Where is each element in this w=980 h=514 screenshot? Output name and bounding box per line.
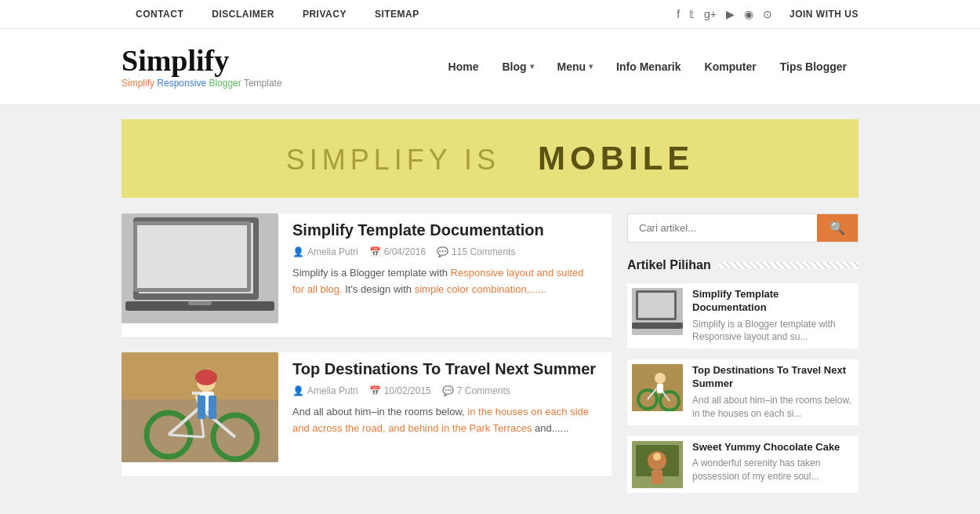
svg-rect-29 — [632, 323, 683, 329]
googleplus-icon[interactable]: g+ — [704, 8, 717, 20]
svg-rect-7 — [183, 237, 230, 268]
featured-item-title-3[interactable]: Sweet Yummy Chocolate Cake — [692, 441, 854, 454]
featured-thumb-1 — [632, 288, 683, 335]
banner-text: SIMPLIFY IS MOBILE — [286, 140, 695, 177]
featured-item-title-2[interactable]: Top Destinations To Travel Next Summer — [692, 364, 854, 391]
topbar-disclaimer[interactable]: DISCLAIMER — [198, 0, 289, 29]
svg-rect-5 — [186, 251, 225, 256]
logo-subtitle: Simplify Responsive Blogger Template — [122, 78, 282, 89]
featured-item-excerpt-1: Simplify is a Blogger template with Resp… — [692, 318, 854, 344]
top-bar: CONTACT DISCLAIMER PRIVACY SITEMAP f 𝕥 g… — [0, 0, 980, 29]
sidebar: 🔍 Artikel Pilihan Simplify — [627, 213, 858, 504]
pinterest-icon[interactable]: ⊙ — [763, 8, 772, 20]
chevron-down-icon: ▾ — [589, 51, 593, 82]
post-content-1: Simplify Template Documentation 👤 Amelia… — [278, 213, 612, 323]
instagram-icon[interactable]: ◉ — [744, 8, 753, 20]
top-bar-links: CONTACT DISCLAIMER PRIVACY SITEMAP — [122, 0, 434, 29]
youtube-icon[interactable]: ▶ — [726, 8, 735, 20]
main-nav: Home Blog ▾ Menu ▾ Info Menarik Komputer… — [437, 51, 858, 82]
svg-rect-24 — [209, 396, 216, 419]
excerpt-link-3[interactable]: in the houses on each side and across th… — [292, 406, 589, 434]
laptop-svg — [122, 213, 278, 323]
svg-point-41 — [653, 453, 661, 461]
comments-icon: 💬 115 Comments — [437, 246, 515, 257]
date-icon: 📅 6/04/2016 — [369, 246, 426, 257]
featured-section: Artikel Pilihan Simplify Template Docume… — [627, 258, 858, 493]
featured-title: Artikel Pilihan — [627, 258, 858, 272]
post-card-1: Simplify Template Documentation 👤 Amelia… — [122, 213, 612, 338]
svg-point-35 — [655, 373, 666, 384]
svg-rect-36 — [657, 384, 663, 393]
date-icon-2: 📅 10/02/2015 — [369, 385, 431, 396]
hero-banner: SIMPLIFY IS MOBILE — [122, 119, 858, 198]
svg-rect-2 — [139, 223, 253, 293]
post-excerpt-1: Simplify is a Blogger template with Resp… — [292, 265, 597, 298]
post-meta-1: 👤 Amelia Putri 📅 6/04/2016 💬 115 Comment… — [292, 246, 597, 257]
topbar-contact[interactable]: CONTACT — [122, 0, 198, 29]
featured-item-1[interactable]: Simplify Template Documentation Simplify… — [627, 283, 858, 348]
post-card-2: Top Destinations To Travel Next Summer 👤… — [122, 352, 612, 477]
featured-thumb-2 — [632, 364, 683, 411]
nav-home[interactable]: Home — [437, 51, 491, 82]
featured-item-title-1[interactable]: Simplify Template Documentation — [692, 288, 854, 315]
header: Simplify Simplify Responsive Blogger Tem… — [0, 29, 980, 105]
search-input[interactable] — [628, 214, 817, 242]
svg-rect-6 — [145, 259, 180, 264]
nav-komputer[interactable]: Komputer — [693, 51, 768, 82]
svg-rect-40 — [652, 470, 662, 484]
logo: Simplify Simplify Responsive Blogger Tem… — [122, 45, 282, 89]
svg-rect-3 — [141, 225, 251, 291]
post-title-2[interactable]: Top Destinations To Travel Next Summer — [292, 359, 597, 379]
featured-item-3[interactable]: Sweet Yummy Chocolate Cake A wonderful s… — [627, 436, 858, 493]
search-box: 🔍 — [627, 213, 858, 242]
comments-icon-2: 💬 7 Comments — [442, 385, 510, 396]
excerpt-link-2[interactable]: simple color combination,...... — [415, 283, 546, 295]
svg-point-25 — [195, 370, 217, 385]
featured-item-content-2: Top Destinations To Travel Next Summer A… — [692, 364, 854, 420]
svg-rect-28 — [638, 293, 674, 318]
featured-item-2[interactable]: Top Destinations To Travel Next Summer A… — [627, 359, 858, 425]
post-thumbnail-2 — [122, 352, 278, 462]
chevron-down-icon: ▾ — [530, 51, 534, 82]
featured-item-content-3: Sweet Yummy Chocolate Cake A wonderful s… — [692, 441, 854, 488]
post-thumbnail-1 — [122, 213, 278, 323]
post-excerpt-2: And all about him–in the rooms below, in… — [292, 404, 597, 437]
featured-item-content-1: Simplify Template Documentation Simplify… — [692, 288, 854, 344]
post-title-1[interactable]: Simplify Template Documentation — [292, 220, 597, 240]
author-icon: 👤 Amelia Putri — [292, 246, 358, 257]
laptop-image — [122, 213, 278, 323]
svg-rect-23 — [198, 396, 205, 419]
svg-rect-9 — [188, 301, 212, 305]
nav-blog[interactable]: Blog ▾ — [490, 51, 545, 82]
logo-title[interactable]: Simplify — [122, 45, 282, 78]
post-meta-2: 👤 Amelia Putri 📅 10/02/2015 💬 7 Comments — [292, 385, 597, 396]
nav-menu[interactable]: Menu ▾ — [546, 51, 605, 82]
search-button[interactable]: 🔍 — [817, 214, 858, 242]
topbar-privacy[interactable]: PRIVACY — [289, 0, 361, 29]
featured-item-excerpt-3: A wonderful serenity has taken possessio… — [692, 457, 854, 483]
nav-tips-blogger[interactable]: Tips Blogger — [768, 51, 858, 82]
main-content: Simplify Template Documentation 👤 Amelia… — [122, 213, 858, 504]
nav-info-menarik[interactable]: Info Menarik — [604, 51, 692, 82]
svg-rect-1 — [133, 217, 259, 300]
posts-area: Simplify Template Documentation 👤 Amelia… — [122, 213, 612, 504]
facebook-icon[interactable]: f — [677, 8, 680, 20]
featured-item-excerpt-2: And all about him–in the rooms below, in… — [692, 394, 854, 421]
top-bar-right: f 𝕥 g+ ▶ ◉ ⊙ JOIN WITH US — [677, 8, 858, 20]
join-button[interactable]: JOIN WITH US — [789, 9, 858, 20]
author-icon-2: 👤 Amelia Putri — [292, 385, 358, 396]
topbar-sitemap[interactable]: SITEMAP — [361, 0, 434, 29]
bike-svg — [122, 352, 278, 462]
twitter-icon[interactable]: 𝕥 — [689, 8, 695, 20]
featured-thumb-3 — [632, 441, 683, 488]
post-content-2: Top Destinations To Travel Next Summer 👤… — [278, 352, 612, 462]
svg-rect-4 — [143, 251, 183, 256]
title-decoration — [719, 262, 858, 268]
